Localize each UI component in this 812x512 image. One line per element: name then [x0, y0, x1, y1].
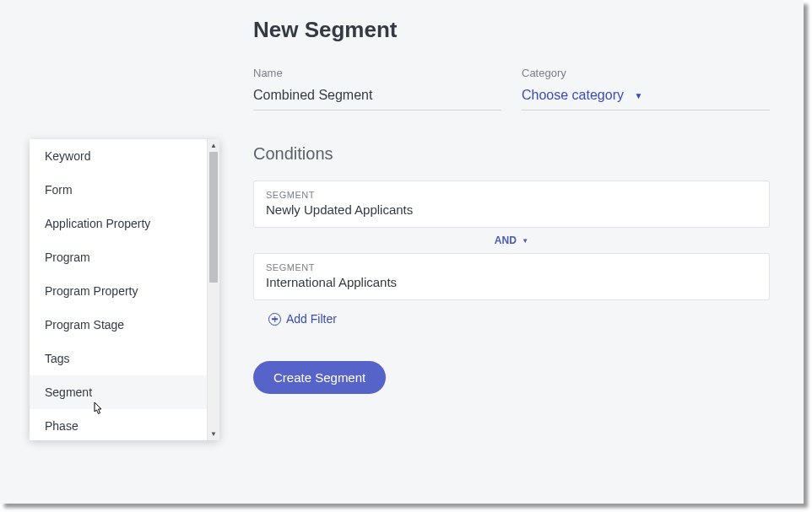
connector-dropdown[interactable]: AND ▼: [253, 228, 770, 253]
condition-value: International Applicants: [266, 275, 757, 289]
dropdown-item[interactable]: Form: [30, 173, 207, 207]
plus-circle-icon: [268, 313, 281, 326]
condition-card[interactable]: SEGMENT International Applicants: [253, 253, 770, 300]
condition-value: Newly Updated Applicants: [266, 202, 757, 217]
dropdown-item[interactable]: Program: [30, 240, 207, 274]
condition-type-label: SEGMENT: [266, 262, 757, 272]
dropdown-item[interactable]: Program Property: [30, 274, 207, 308]
condition-card[interactable]: SEGMENT Newly Updated Applicants: [253, 181, 770, 228]
scroll-down-button[interactable]: ▼: [208, 428, 219, 440]
add-filter-label: Add Filter: [286, 312, 337, 326]
page-surface: New Segment Name Category Choose categor…: [0, 0, 804, 504]
category-dropdown[interactable]: Choose category ▼: [522, 84, 770, 110]
filter-type-dropdown: KeywordFormApplication PropertyProgramPr…: [30, 139, 219, 440]
scrollbar: ▲ ▼: [207, 139, 219, 440]
caret-down-icon: ▼: [522, 237, 528, 245]
condition-type-label: SEGMENT: [266, 190, 757, 200]
scroll-thumb[interactable]: [209, 152, 218, 283]
name-input[interactable]: [253, 84, 501, 110]
category-placeholder: Choose category: [522, 88, 624, 102]
dropdown-item[interactable]: Application Property: [30, 207, 207, 240]
dropdown-item[interactable]: Segment: [30, 375, 207, 409]
dropdown-item[interactable]: Tags: [30, 342, 207, 375]
main-panel: New Segment Name Category Choose categor…: [253, 17, 770, 487]
scroll-up-button[interactable]: ▲: [208, 139, 219, 152]
dropdown-item[interactable]: Phase: [30, 409, 207, 440]
page-title: New Segment: [253, 17, 770, 43]
category-label: Category: [522, 67, 770, 79]
dropdown-list[interactable]: KeywordFormApplication PropertyProgramPr…: [30, 139, 207, 440]
conditions-title: Conditions: [253, 144, 770, 164]
dropdown-item[interactable]: Program Stage: [30, 308, 207, 342]
name-label: Name: [253, 67, 501, 79]
dropdown-item[interactable]: Keyword: [30, 139, 207, 173]
connector-label: AND: [495, 234, 517, 246]
category-field: Category Choose category ▼: [522, 67, 770, 110]
add-filter-button[interactable]: Add Filter: [253, 300, 337, 337]
create-segment-button[interactable]: Create Segment: [253, 361, 386, 394]
form-row: Name Category Choose category ▼: [253, 67, 770, 110]
caret-down-icon: ▼: [634, 91, 642, 100]
name-field: Name: [253, 67, 501, 110]
